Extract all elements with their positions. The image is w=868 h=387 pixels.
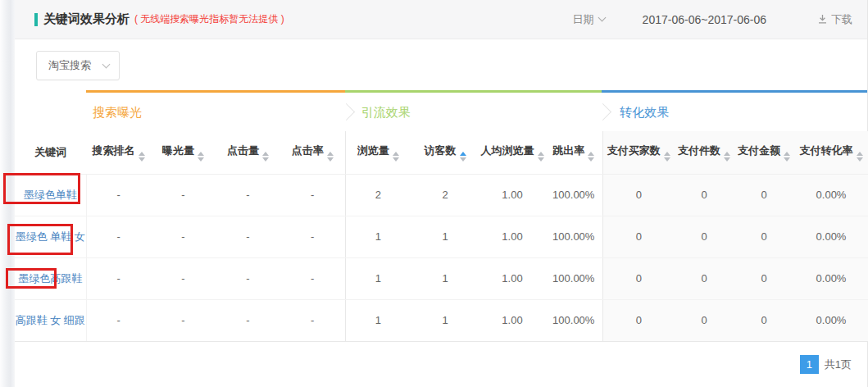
cell: 0.00% bbox=[794, 257, 868, 299]
keyword-analysis-panel: 关键词效果分析 ( 无线端搜索曝光指标暂无法提供 ) 日期 2017-06-06… bbox=[15, 0, 868, 387]
cell: 2 bbox=[411, 174, 479, 216]
cell: 1.00 bbox=[479, 216, 545, 257]
channel-select-value: 淘宝搜索 bbox=[48, 58, 91, 73]
table-zone: 搜索曝光 引流效果 转化效果 关键词 搜索排名 曝光量 bbox=[15, 90, 867, 387]
cell: - bbox=[151, 299, 216, 341]
keyword-link[interactable]: 高跟鞋 女 细跟 bbox=[16, 314, 85, 326]
group-conversion-effect: 转化效果 bbox=[602, 90, 867, 131]
keyword-table: 关键词 搜索排名 曝光量 点击量 点击率 浏览量 访客数 人均浏览量 跳出率 支… bbox=[15, 131, 868, 342]
cell: 2 bbox=[345, 174, 411, 216]
cell: - bbox=[86, 257, 151, 299]
sort-icon bbox=[262, 152, 269, 162]
cell: 1.00 bbox=[479, 174, 545, 216]
cell: 1 bbox=[411, 216, 479, 257]
cell: 1 bbox=[345, 299, 411, 341]
table-group-header: 搜索曝光 引流效果 转化效果 bbox=[15, 90, 867, 131]
col-header-paying-buyers[interactable]: 支付买家数 bbox=[602, 131, 675, 174]
cell: - bbox=[151, 216, 216, 257]
col-header-paid-amount[interactable]: 支付金额 bbox=[734, 131, 794, 174]
cell: - bbox=[86, 216, 151, 257]
date-dropdown[interactable]: 日期 bbox=[573, 12, 605, 27]
filter-row: 淘宝搜索 bbox=[15, 39, 867, 90]
download-button[interactable]: 下载 bbox=[817, 12, 852, 27]
cell: 1 bbox=[411, 257, 479, 299]
download-label: 下载 bbox=[831, 12, 852, 27]
pagination-total: 共1页 bbox=[825, 357, 852, 372]
sort-icon bbox=[327, 152, 334, 162]
cell: 1.00 bbox=[479, 257, 545, 299]
header-note: ( 无线端搜索曝光指标暂无法提供 ) bbox=[134, 12, 284, 26]
sort-icon-active-asc bbox=[460, 152, 466, 162]
col-header-pageviews[interactable]: 浏览量 bbox=[345, 131, 411, 174]
cell: 100.00% bbox=[545, 216, 602, 257]
cell: - bbox=[216, 299, 280, 341]
col-header-conversion-rate[interactable]: 支付转化率 bbox=[794, 131, 868, 174]
table-footer: 1 共1页 bbox=[15, 342, 867, 387]
col-header-visitors[interactable]: 访客数 bbox=[411, 131, 479, 174]
pagination-page-1[interactable]: 1 bbox=[800, 355, 819, 374]
sort-icon bbox=[198, 152, 204, 162]
cell: 1 bbox=[345, 257, 411, 299]
cell: 0 bbox=[602, 174, 675, 216]
sort-icon bbox=[139, 152, 145, 162]
cell: 1.00 bbox=[479, 299, 545, 341]
col-header-ctr[interactable]: 点击率 bbox=[280, 131, 345, 174]
sort-icon bbox=[393, 152, 399, 162]
cell: - bbox=[280, 216, 345, 257]
group-label: 引流效果 bbox=[361, 93, 411, 121]
group-spacer bbox=[15, 90, 86, 131]
group-search-exposure: 搜索曝光 bbox=[86, 90, 345, 131]
sort-icon bbox=[664, 152, 670, 162]
cell: - bbox=[86, 174, 151, 216]
cell: 0.00% bbox=[794, 216, 868, 257]
cell: 0 bbox=[734, 257, 794, 299]
keyword-cell: 高跟鞋 女 细跟 bbox=[15, 299, 86, 341]
cell: - bbox=[151, 174, 216, 216]
group-label: 搜索曝光 bbox=[93, 93, 142, 121]
chevron-down-icon bbox=[102, 61, 111, 69]
download-icon bbox=[817, 14, 828, 25]
title-accent-bar bbox=[34, 13, 38, 26]
cell: 0 bbox=[675, 174, 734, 216]
cell: - bbox=[280, 257, 345, 299]
cell: 0.00% bbox=[794, 299, 868, 341]
cell: - bbox=[280, 299, 345, 341]
cell: - bbox=[151, 257, 216, 299]
annotation-red-box-row1 bbox=[3, 173, 80, 204]
table-row: 高跟鞋 女 细跟 - - - - 1 1 1.00 100.00% 0 0 0 … bbox=[15, 299, 868, 341]
annotation-red-box-row3 bbox=[6, 268, 57, 289]
table-row: 墨绿色单鞋 - - - - 2 2 1.00 100.00% 0 0 0 0.0… bbox=[15, 174, 868, 216]
sort-icon bbox=[724, 152, 730, 162]
sort-icon bbox=[588, 152, 594, 162]
channel-select[interactable]: 淘宝搜索 bbox=[36, 51, 120, 80]
col-header-exposure[interactable]: 曝光量 bbox=[151, 131, 216, 174]
table-header-row: 关键词 搜索排名 曝光量 点击量 点击率 浏览量 访客数 人均浏览量 跳出率 支… bbox=[15, 131, 868, 174]
col-header-paid-items[interactable]: 支付件数 bbox=[675, 131, 734, 174]
cell: 0 bbox=[734, 216, 794, 257]
date-range-value[interactable]: 2017-06-06~2017-06-06 bbox=[643, 13, 766, 26]
col-header-bounce-rate[interactable]: 跳出率 bbox=[545, 131, 602, 174]
cell: - bbox=[280, 174, 345, 216]
cell: 0 bbox=[675, 216, 734, 257]
cell: 0 bbox=[675, 299, 734, 341]
table-row: 墨绿色 单鞋 女 - - - - 1 1 1.00 100.00% 0 0 0 … bbox=[15, 216, 868, 257]
col-header-search-rank[interactable]: 搜索排名 bbox=[86, 131, 151, 174]
table-row: 墨绿色高跟鞋 - - - - 1 1 1.00 100.00% 0 0 0 0.… bbox=[15, 257, 868, 299]
group-label: 转化效果 bbox=[620, 93, 669, 121]
cell: 0 bbox=[734, 299, 794, 341]
cell: - bbox=[216, 257, 280, 299]
panel-header: 关键词效果分析 ( 无线端搜索曝光指标暂无法提供 ) 日期 2017-06-06… bbox=[15, 0, 867, 39]
col-header-clicks[interactable]: 点击量 bbox=[216, 131, 280, 174]
group-traffic-effect: 引流效果 bbox=[345, 90, 602, 131]
sort-icon bbox=[784, 152, 790, 162]
cell: - bbox=[216, 216, 280, 257]
cell: 0 bbox=[602, 299, 675, 341]
cell: 100.00% bbox=[545, 257, 602, 299]
col-header-avg-pageviews[interactable]: 人均浏览量 bbox=[479, 131, 545, 174]
cell: 0 bbox=[602, 257, 675, 299]
sort-icon bbox=[857, 152, 863, 162]
cell: 0.00% bbox=[794, 174, 868, 216]
sort-icon bbox=[538, 152, 544, 162]
cell: 0 bbox=[734, 174, 794, 216]
cell: - bbox=[86, 299, 151, 341]
